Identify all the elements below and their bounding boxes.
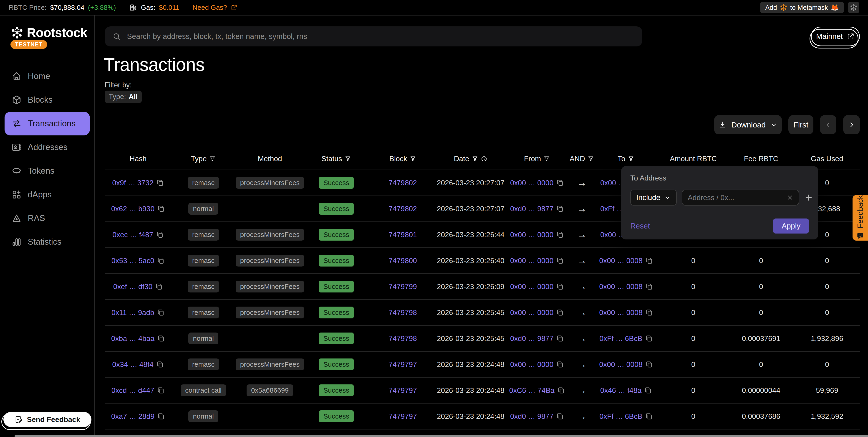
filter-icon[interactable] [471, 155, 478, 162]
copy-icon[interactable] [556, 360, 564, 368]
to-address-link[interactable]: 0x00 … 0008 [599, 283, 642, 291]
copy-icon[interactable] [556, 179, 564, 187]
copy-icon[interactable] [556, 205, 564, 212]
filter-icon[interactable] [344, 155, 351, 162]
to-address-link[interactable]: 0x00 … 0008 [599, 309, 642, 317]
column-header[interactable]: To [593, 154, 659, 163]
filter-icon[interactable] [543, 155, 550, 162]
to-address-link[interactable]: 0xFf … 6BcB [599, 412, 642, 420]
copy-icon[interactable] [556, 231, 564, 238]
tx-hash-link[interactable]: 0xef … df30 [113, 283, 153, 291]
search-bar[interactable] [105, 26, 642, 47]
include-dropdown[interactable]: Include [630, 190, 677, 206]
copy-icon[interactable] [556, 334, 564, 342]
column-header[interactable]: Date [437, 154, 504, 163]
block-link[interactable]: 7479798 [389, 334, 417, 343]
clear-input-icon[interactable] [786, 194, 794, 201]
from-address-link[interactable]: 0xC6 … 74Ba [509, 386, 554, 395]
from-address-link[interactable]: 0xd0 … 9877 [510, 205, 553, 213]
copy-icon[interactable] [157, 386, 165, 394]
block-link[interactable]: 7479801 [389, 231, 417, 239]
from-address-link[interactable]: 0x00 … 0000 [510, 309, 553, 317]
external-link-icon[interactable] [231, 4, 238, 11]
copy-icon[interactable] [557, 386, 565, 394]
copy-icon[interactable] [155, 283, 163, 290]
add-to-metamask-button[interactable]: Add to Metamask 🦊 [760, 2, 844, 13]
block-link[interactable]: 7479797 [389, 386, 417, 395]
sidebar-item-transactions[interactable]: Transactions [5, 112, 90, 136]
copy-icon[interactable] [645, 412, 653, 420]
copy-icon[interactable] [157, 257, 165, 264]
tx-hash-link[interactable]: 0x62 … b930 [111, 205, 154, 213]
column-header[interactable]: Status [305, 154, 368, 163]
copy-icon[interactable] [645, 334, 653, 342]
filter-icon[interactable] [409, 155, 416, 162]
copy-icon[interactable] [644, 386, 652, 394]
to-address-link[interactable]: 0xFf … [600, 205, 624, 213]
copy-icon[interactable] [156, 179, 164, 187]
block-link[interactable]: 7479799 [389, 283, 417, 291]
block-link[interactable]: 7479797 [389, 360, 417, 369]
from-address-link[interactable]: 0xd0 … 9877 [510, 334, 553, 343]
sidebar-item-tokens[interactable]: Tokens [5, 159, 90, 183]
send-feedback-button[interactable]: Send Feedback [3, 412, 91, 427]
horizontal-scrollbar[interactable] [14, 435, 868, 437]
column-header[interactable]: Hash [105, 154, 172, 163]
block-link[interactable]: 7479797 [389, 412, 417, 420]
to-address-link[interactable]: 0x00 … 0008 [599, 257, 642, 265]
block-link[interactable]: 7479802 [389, 205, 417, 213]
column-header[interactable]: Fee RBTC [728, 154, 794, 163]
tx-hash-link[interactable]: 0xba … 4baa [111, 334, 154, 343]
filter-icon[interactable] [587, 155, 594, 162]
tx-hash-link[interactable]: 0x11 … 9adb [112, 309, 154, 317]
column-header[interactable]: AND [570, 154, 593, 163]
block-link[interactable]: 7479802 [389, 179, 417, 187]
mainnet-button[interactable]: Mainnet [811, 27, 860, 46]
from-address-link[interactable]: 0x00 … 0000 [510, 179, 553, 187]
copy-icon[interactable] [645, 309, 653, 316]
reset-button[interactable]: Reset [630, 222, 650, 230]
copy-icon[interactable] [645, 360, 653, 368]
column-header[interactable]: From [504, 154, 570, 163]
download-button[interactable]: Download [714, 115, 782, 134]
from-address-link[interactable]: 0x00 … 0000 [510, 283, 553, 291]
sidebar-item-dapps[interactable]: dApps [5, 183, 90, 206]
from-address-link[interactable]: 0xd0 … 9877 [510, 412, 553, 420]
copy-icon[interactable] [645, 283, 653, 290]
column-header[interactable]: Gas Used [794, 154, 860, 163]
tx-hash-link[interactable]: 0x9f … 3732 [112, 179, 153, 187]
sidebar-item-ras[interactable]: RAS [5, 206, 90, 230]
filter-icon[interactable] [209, 155, 216, 162]
sidebar-item-home[interactable]: Home [5, 64, 90, 88]
sidebar-item-blocks[interactable]: Blocks [5, 88, 90, 112]
column-header[interactable]: Block [368, 154, 437, 163]
from-address-link[interactable]: 0x00 … 0000 [510, 231, 553, 239]
rootstock-network-button[interactable] [848, 2, 859, 13]
search-input[interactable] [126, 32, 634, 41]
to-address-link[interactable]: 0xFf … 6BcB [599, 334, 642, 343]
column-header[interactable]: Type [172, 154, 235, 163]
copy-icon[interactable] [156, 231, 164, 238]
sidebar-item-addresses[interactable]: Addresses [5, 136, 90, 159]
copy-icon[interactable] [556, 257, 564, 264]
clock-icon[interactable] [480, 155, 488, 162]
column-header[interactable]: Method [235, 154, 305, 163]
tx-hash-link[interactable]: 0xec … f487 [112, 231, 153, 239]
prev-page-button[interactable] [820, 115, 836, 134]
copy-icon[interactable] [157, 412, 165, 420]
first-page-button[interactable]: First [788, 115, 813, 134]
copy-icon[interactable] [556, 309, 564, 316]
copy-icon[interactable] [556, 283, 564, 290]
brand-logo[interactable]: Rootstock [10, 25, 87, 40]
copy-icon[interactable] [157, 205, 165, 212]
copy-icon[interactable] [157, 309, 165, 316]
sidebar-item-statistics[interactable]: Statistics [5, 230, 90, 254]
copy-icon[interactable] [156, 360, 164, 368]
tx-hash-link[interactable]: 0x53 … 5ac0 [112, 257, 154, 265]
copy-icon[interactable] [157, 334, 165, 342]
block-link[interactable]: 7479798 [389, 309, 417, 317]
feedback-tab[interactable]: Feedback [852, 195, 868, 240]
apply-button[interactable]: Apply [773, 218, 809, 234]
copy-icon[interactable] [556, 412, 564, 420]
filter-icon[interactable] [627, 155, 634, 162]
